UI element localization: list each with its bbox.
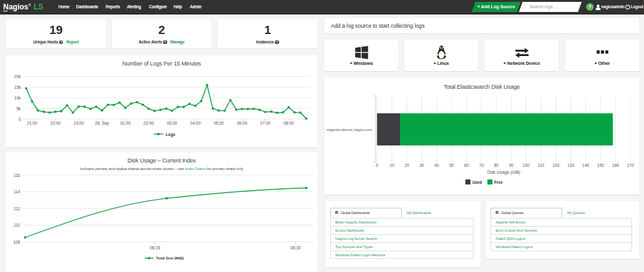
- svg-text:23:00: 23:00: [74, 121, 84, 125]
- svg-text:112: 112: [14, 207, 21, 211]
- svg-text:70: 70: [479, 163, 484, 167]
- svg-text:Free: Free: [494, 180, 503, 184]
- svg-text:110: 110: [14, 223, 21, 227]
- svg-text:10k: 10k: [14, 96, 21, 100]
- svg-text:04:00: 04:00: [191, 121, 201, 125]
- svg-text:28. Sep: 28. Sep: [95, 121, 109, 126]
- svg-text:116: 116: [14, 173, 21, 178]
- svg-text:08:15: 08:15: [150, 246, 160, 250]
- svg-text:08:00: 08:00: [284, 121, 294, 125]
- svg-text:20k: 20k: [14, 74, 21, 79]
- svg-text:21:00: 21:00: [27, 121, 38, 125]
- svg-text:20: 20: [404, 163, 409, 167]
- svg-text:Disk Usage (GiB): Disk Usage (GiB): [487, 170, 521, 175]
- svg-text:Used: Used: [472, 180, 482, 184]
- svg-text:140: 140: [582, 163, 589, 167]
- svg-text:0: 0: [18, 117, 21, 122]
- svg-text:15k: 15k: [14, 85, 21, 89]
- svg-text:150: 150: [597, 163, 604, 167]
- svg-text:03:00: 03:00: [167, 121, 177, 125]
- svg-text:nagiosls.demos.nagios.com: nagiosls.demos.nagios.com: [326, 128, 372, 132]
- svg-text:22:00: 22:00: [50, 121, 61, 125]
- svg-text:114: 114: [14, 190, 21, 194]
- svg-text:120: 120: [552, 163, 559, 167]
- svg-text:130: 130: [567, 163, 574, 167]
- svg-text:08:30: 08:30: [291, 246, 301, 250]
- svg-text:50: 50: [449, 163, 454, 167]
- svg-text:60: 60: [464, 163, 469, 167]
- svg-text:170: 170: [627, 163, 634, 167]
- svg-text:10: 10: [390, 163, 395, 167]
- svg-text:100: 100: [523, 163, 530, 167]
- svg-text:110: 110: [538, 163, 545, 167]
- svg-text:07:00: 07:00: [260, 121, 271, 125]
- svg-text:0: 0: [376, 163, 379, 167]
- svg-text:80: 80: [494, 163, 499, 167]
- svg-text:40: 40: [435, 163, 440, 167]
- svg-text:02:00: 02:00: [143, 121, 154, 125]
- svg-text:30: 30: [419, 163, 425, 167]
- svg-text:01:00: 01:00: [120, 121, 131, 125]
- svg-text:108: 108: [13, 240, 20, 244]
- svg-text:5k: 5k: [16, 106, 21, 111]
- svg-text:90: 90: [509, 163, 514, 167]
- svg-text:05:00: 05:00: [214, 121, 225, 125]
- svg-text:160: 160: [612, 163, 619, 167]
- svg-text:Total Size (MiB): Total Size (MiB): [156, 256, 184, 260]
- svg-text:Logs: Logs: [166, 132, 176, 137]
- svg-text:06:00: 06:00: [237, 121, 248, 125]
